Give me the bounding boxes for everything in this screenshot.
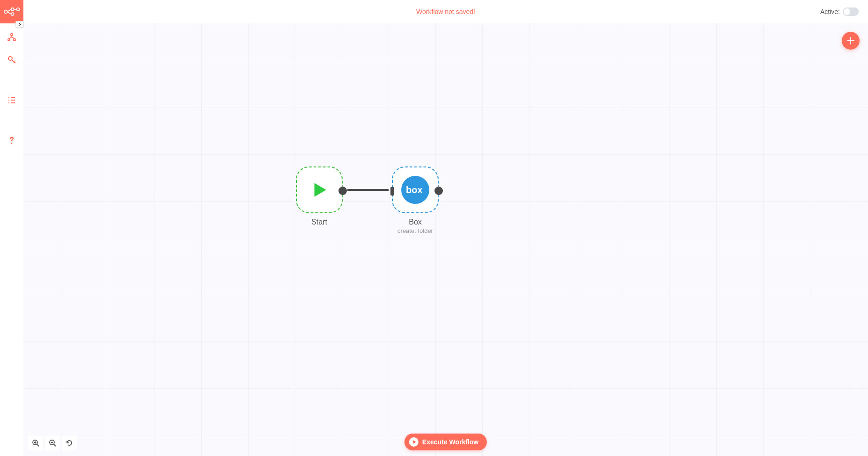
node-box-title: Box [379,218,452,226]
node-box[interactable]: box Box create: folder [392,166,439,213]
expand-sidebar-button[interactable] [15,21,24,28]
svg-point-1 [11,8,14,11]
svg-rect-4 [11,34,13,36]
node-start-title: Start [283,218,356,226]
workflow-status: Workflow not saved! [416,8,475,15]
svg-point-8 [11,143,13,144]
svg-point-2 [11,13,14,15]
node-box-output-port[interactable] [434,187,443,195]
sidebar [0,0,23,456]
execute-workflow-button[interactable]: Execute Workflow [405,434,487,450]
canvas[interactable]: Start box Box create: folder [23,23,868,456]
node-start-output-port[interactable] [338,187,347,195]
zoom-controls [28,435,77,450]
node-box-subtitle: create: folder [379,227,452,234]
executions-icon[interactable] [7,95,16,105]
box-logo-icon: box [401,176,429,204]
active-toggle[interactable] [843,7,859,16]
zoom-in-button[interactable] [28,435,43,450]
svg-rect-6 [14,39,15,41]
svg-point-7 [8,57,12,60]
nodes-layer: Start box Box create: folder [23,23,868,456]
svg-text:box: box [406,185,423,195]
node-box-input-port[interactable] [390,187,394,195]
topbar: Workflow not saved! Active: [23,0,868,23]
zoom-out-button[interactable] [45,435,60,450]
logo[interactable] [0,0,23,23]
node-start[interactable]: Start [296,166,343,213]
svg-point-0 [4,10,7,14]
credentials-icon[interactable] [7,55,16,65]
node-connection[interactable] [347,189,389,191]
execute-workflow-label: Execute Workflow [422,438,478,446]
help-icon[interactable] [7,136,16,145]
svg-rect-5 [8,39,10,41]
play-icon [409,437,419,447]
workflows-icon[interactable] [7,33,16,42]
svg-point-3 [17,8,20,11]
active-label: Active: [820,8,840,15]
reset-zoom-button[interactable] [62,435,77,450]
